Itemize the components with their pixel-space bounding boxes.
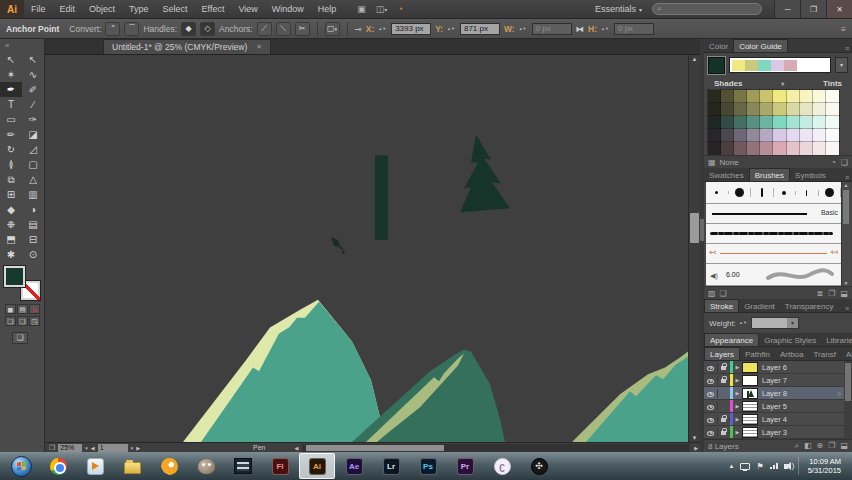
locate-object-icon[interactable]: ⌕ — [795, 441, 799, 451]
tint-swatch[interactable] — [813, 142, 826, 155]
layer-row[interactable]: ▶Layer 6○ — [704, 361, 852, 374]
photoshop-icon[interactable]: Ps — [410, 453, 446, 479]
document-tab[interactable]: Untitled-1* @ 25% (CMYK/Preview) ✕ — [103, 39, 271, 54]
tab-color[interactable]: Color — [704, 40, 733, 52]
visibility-cell[interactable] — [704, 428, 718, 437]
tab-layers[interactable]: Layers — [704, 347, 740, 360]
variation-dropdown-icon[interactable]: ▾ — [742, 80, 823, 87]
layer-name[interactable]: Layer 8 — [758, 389, 833, 398]
expand-arrow-icon[interactable]: ▶ — [733, 390, 742, 396]
visibility-cell[interactable] — [704, 402, 718, 411]
type-tool[interactable]: T — [0, 97, 22, 112]
tint-swatch[interactable] — [813, 116, 826, 129]
tab-stroke[interactable]: Stroke — [704, 299, 739, 312]
shade-swatch[interactable] — [734, 142, 747, 155]
expand-arrow-icon[interactable]: ▶ — [733, 429, 742, 435]
paintbrush-tool[interactable]: ✑ — [22, 112, 44, 127]
workspace-switcher[interactable]: Essentials — [595, 4, 636, 14]
tab-brushes[interactable]: Brushes — [749, 168, 790, 181]
menu-window[interactable]: Window — [265, 4, 311, 14]
tint-swatch[interactable] — [826, 129, 839, 142]
menu-view[interactable]: View — [231, 4, 264, 14]
shade-swatch[interactable] — [760, 103, 773, 116]
tab-panel-menu-icon[interactable]: ≡ — [842, 45, 852, 52]
blend-tool[interactable]: ◑ — [22, 202, 44, 217]
tint-swatch[interactable] — [787, 90, 800, 103]
layer-name[interactable]: Layer 7 — [758, 376, 840, 385]
expand-arrow-icon[interactable]: ▶ — [733, 377, 742, 383]
tint-swatch[interactable] — [826, 116, 839, 129]
hide-handles-button[interactable]: ◇ — [200, 22, 215, 36]
tint-swatch[interactable] — [826, 103, 839, 116]
new-layer-icon[interactable]: ❐ — [828, 441, 835, 451]
tray-expand-icon[interactable]: ▲ — [729, 463, 735, 469]
illustrator-icon[interactable]: Ai — [299, 453, 335, 479]
layer-row[interactable]: ▶Layer 3○ — [704, 426, 852, 439]
pencil-tool[interactable]: ✏ — [0, 127, 22, 142]
symbol-sprayer-tool[interactable]: ❉ — [0, 217, 22, 232]
y-field[interactable]: 871 px — [460, 23, 500, 35]
brush-options-icon[interactable]: ≣ — [817, 289, 824, 298]
lock-cell[interactable] — [718, 417, 730, 421]
shade-swatch[interactable] — [721, 103, 734, 116]
taskbar-clock[interactable]: 10:09 AM 5/31/2015 — [798, 457, 848, 476]
shade-swatch[interactable] — [708, 90, 721, 103]
magic-wand-tool[interactable]: ✶ — [0, 67, 22, 82]
fill-swatch[interactable] — [4, 266, 25, 287]
show-handles-button[interactable]: ◆ — [181, 22, 196, 36]
scale-tool[interactable]: ◿ — [22, 142, 44, 157]
tab-graphic-styles[interactable]: Graphic Styles — [759, 334, 821, 346]
tint-swatch[interactable] — [787, 116, 800, 129]
new-sublayer-icon[interactable]: ⊕ — [817, 441, 824, 451]
convert-corner-button[interactable]: ⌃ — [105, 22, 120, 36]
base-swatch[interactable] — [773, 103, 786, 116]
start-button[interactable] — [3, 453, 39, 479]
tab-symbols[interactable]: Symbols — [790, 169, 831, 181]
tab-align[interactable]: Align — [841, 348, 852, 360]
shade-swatch[interactable] — [708, 103, 721, 116]
visibility-eye-icon[interactable] — [707, 405, 714, 410]
calligraphic-brush-1[interactable] — [729, 188, 752, 197]
convert-smooth-button[interactable]: ⌒ — [124, 22, 139, 36]
horizontal-scroll-thumb[interactable] — [306, 445, 444, 451]
lasso-tool[interactable]: ∿ — [22, 67, 44, 82]
remove-anchor-button[interactable]: ⟋ — [257, 22, 272, 36]
action-center-icon[interactable]: ⚑ — [756, 462, 763, 471]
menu-select[interactable]: Select — [156, 4, 195, 14]
gpu-performance-icon[interactable]: ▣ — [357, 4, 366, 14]
artboard-dropdown-icon[interactable]: ▾ — [131, 445, 134, 451]
menu-object[interactable]: Object — [82, 4, 122, 14]
shade-swatch[interactable] — [708, 142, 721, 155]
tab-pathfin[interactable]: Pathfin — [740, 348, 775, 360]
hscroll-right-icon[interactable]: ▶ — [694, 445, 698, 451]
artboard-tool[interactable]: ⬒ — [0, 232, 22, 247]
hand-tool[interactable]: ✱ — [0, 247, 22, 262]
gimp-icon[interactable] — [188, 453, 224, 479]
shade-swatch[interactable] — [747, 129, 760, 142]
premiere-icon[interactable]: Pr — [447, 453, 483, 479]
lock-cell[interactable] — [718, 430, 730, 434]
shade-swatch[interactable] — [734, 116, 747, 129]
harmony-swatch-2[interactable] — [758, 60, 771, 71]
libraries-panel-icon[interactable]: ❏ — [720, 289, 727, 298]
calligraphic-brush-0[interactable] — [706, 191, 729, 194]
brush-scroll-thumb[interactable] — [843, 190, 849, 224]
shade-swatch[interactable] — [708, 129, 721, 142]
canvas[interactable]: ▲ ▼ — [45, 55, 700, 442]
wavy-brush-row[interactable]: ◀) 6.00 — [706, 264, 841, 286]
base-swatch[interactable] — [773, 142, 786, 155]
shade-swatch[interactable] — [760, 142, 773, 155]
harmony-swatch-1[interactable] — [745, 60, 758, 71]
width-tool[interactable]: ≬ — [0, 157, 22, 172]
cut-path-button[interactable]: ✂ — [295, 22, 310, 36]
none-mode-button[interactable]: ⧅ — [29, 304, 40, 314]
layer-row[interactable]: ▶Layer 4○ — [704, 413, 852, 426]
fill-stroke-widget[interactable] — [4, 266, 40, 300]
visibility-cell[interactable] — [704, 389, 718, 398]
after-effects-icon[interactable]: Ae — [336, 453, 372, 479]
harmony-dropdown-icon[interactable]: ▾ — [835, 57, 848, 73]
shade-swatch[interactable] — [734, 90, 747, 103]
shade-swatch[interactable] — [734, 129, 747, 142]
arrange-documents-icon[interactable]: ◫▾ — [376, 4, 388, 14]
calligraphic-brush-3[interactable] — [774, 191, 797, 195]
